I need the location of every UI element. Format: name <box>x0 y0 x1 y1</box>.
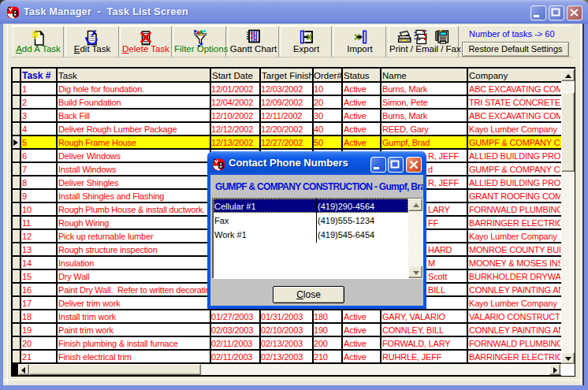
svg-text:B: B <box>218 161 224 170</box>
svg-text:B: B <box>12 9 18 18</box>
